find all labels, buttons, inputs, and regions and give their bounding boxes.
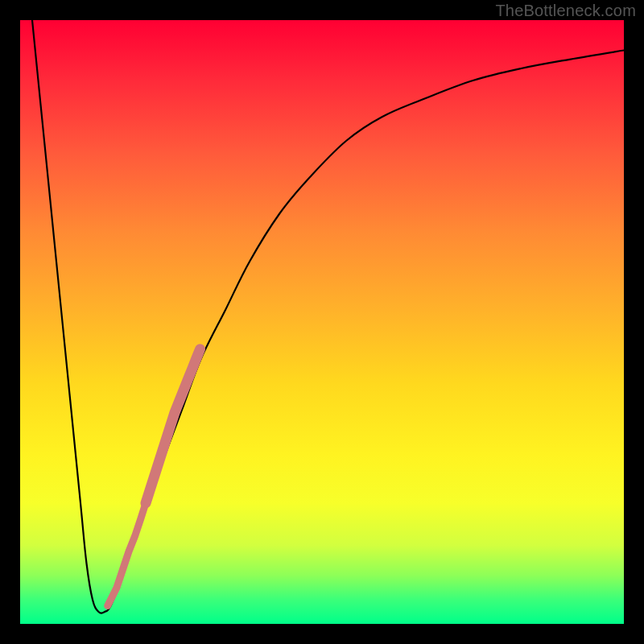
plot-area (20, 20, 624, 624)
bottleneck-curve (32, 20, 624, 613)
chart-svg (20, 20, 624, 624)
sample-dot (105, 603, 110, 609)
sample-points-group (105, 349, 200, 609)
sample-dot (114, 585, 120, 591)
sample-stroke-thick (146, 349, 200, 503)
chart-frame: TheBottleneck.com (0, 0, 644, 644)
sample-dot (126, 548, 132, 555)
watermark-text: TheBottleneck.com (495, 2, 636, 20)
sample-dot (120, 567, 126, 572)
